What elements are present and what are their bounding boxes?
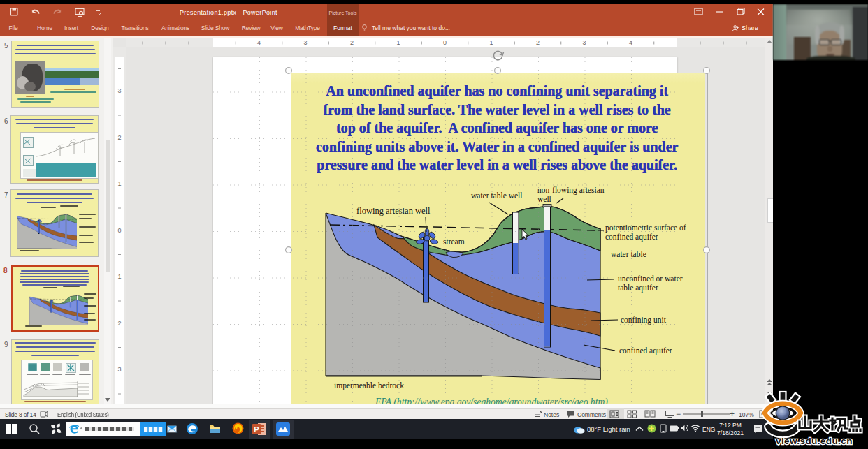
svg-text:2: 2 <box>117 134 121 141</box>
svg-text:view.sdu.edu.cn: view.sdu.edu.cn <box>776 436 853 446</box>
svg-text:1: 1 <box>489 39 493 46</box>
svg-text:3: 3 <box>582 39 586 46</box>
svg-text:2: 2 <box>536 39 540 46</box>
svg-text:2: 2 <box>350 39 354 46</box>
svg-text:4: 4 <box>629 39 632 46</box>
svg-text:P: P <box>254 425 259 434</box>
svg-text:1: 1 <box>117 273 121 280</box>
svg-text:3: 3 <box>117 87 121 94</box>
svg-text:3: 3 <box>117 366 121 373</box>
svg-text:1: 1 <box>117 180 121 187</box>
svg-text:0: 0 <box>117 227 121 234</box>
svg-text:1: 1 <box>396 39 400 46</box>
svg-text:0: 0 <box>443 39 447 46</box>
svg-text:3: 3 <box>303 39 307 46</box>
svg-text:4: 4 <box>257 39 261 46</box>
svg-text:2: 2 <box>117 320 121 327</box>
